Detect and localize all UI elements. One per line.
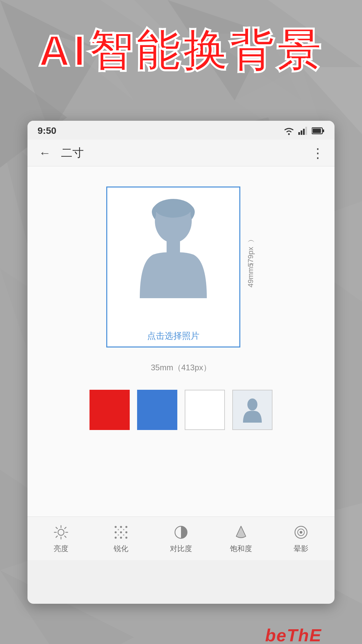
svg-point-51 (118, 529, 119, 530)
svg-point-32 (247, 398, 257, 411)
signal-icon (298, 127, 308, 135)
svg-point-42 (115, 526, 117, 528)
svg-point-45 (115, 531, 117, 533)
svg-point-47 (125, 531, 127, 533)
swatch-person-icon (239, 396, 266, 423)
status-icons (283, 126, 324, 135)
dimension-bottom: 35mm（413px） (151, 362, 211, 373)
dimension-right: 49mm（579px） (246, 186, 256, 347)
swatch-red[interactable] (89, 390, 130, 430)
svg-point-49 (120, 537, 122, 539)
saturation-label: 饱和度 (230, 544, 252, 554)
svg-rect-28 (313, 129, 321, 133)
toolbar-sharpness[interactable]: 锐化 (91, 524, 151, 554)
toolbar-brightness[interactable]: 亮度 (31, 524, 91, 554)
svg-point-48 (115, 537, 117, 539)
saturation-svg (233, 524, 249, 540)
toolbar-vignette[interactable]: 晕影 (271, 524, 331, 554)
phone-frame: 9:50 ← 二寸 (27, 121, 335, 604)
svg-line-38 (56, 527, 57, 529)
person-silhouette (120, 194, 227, 318)
status-time: 9:50 (38, 125, 56, 136)
brightness-label: 亮度 (54, 544, 68, 554)
swatch-white[interactable] (185, 390, 225, 430)
svg-line-41 (56, 536, 57, 537)
svg-point-30 (155, 199, 192, 218)
sharpness-svg (113, 524, 129, 540)
vignette-label: 晕影 (294, 544, 308, 554)
svg-rect-24 (303, 129, 305, 135)
contrast-icon (172, 524, 190, 541)
photo-click-label[interactable]: 点击选择照片 (107, 324, 239, 346)
svg-point-54 (123, 534, 124, 536)
sharpness-icon (112, 524, 130, 541)
svg-rect-27 (322, 129, 324, 132)
svg-point-46 (120, 531, 122, 533)
nav-title: 二寸 (61, 145, 308, 161)
status-bar: 9:50 (27, 121, 335, 140)
svg-rect-22 (298, 132, 300, 135)
svg-line-40 (64, 527, 66, 529)
toolbar-saturation[interactable]: 饱和度 (211, 524, 271, 554)
nav-bar: ← 二寸 ⋮ (27, 140, 335, 166)
svg-line-39 (64, 536, 66, 537)
sharpness-label: 锐化 (114, 544, 128, 554)
svg-rect-31 (167, 239, 180, 253)
watermark: beThE (265, 627, 322, 644)
toolbar-contrast[interactable]: 对比度 (151, 524, 211, 554)
battery-icon (312, 127, 324, 135)
svg-point-53 (118, 534, 119, 536)
photo-container[interactable]: 点击选择照片 49mm（579px） (106, 186, 256, 347)
content-area: 点击选择照片 49mm（579px） 35mm（413px） (27, 166, 335, 560)
swatch-blue[interactable] (137, 390, 177, 430)
svg-point-43 (120, 526, 122, 528)
svg-point-58 (300, 531, 302, 534)
vignette-svg (293, 524, 309, 540)
svg-rect-23 (301, 130, 302, 135)
contrast-svg (173, 524, 189, 540)
svg-rect-25 (305, 127, 307, 135)
swatches-row (89, 390, 273, 430)
svg-point-44 (125, 526, 127, 528)
contrast-label: 对比度 (170, 544, 192, 554)
vignette-icon (292, 524, 310, 541)
wifi-icon (283, 126, 295, 135)
brightness-svg (53, 524, 69, 540)
svg-point-21 (288, 133, 290, 135)
svg-point-52 (123, 529, 124, 530)
app-title: AI智能换背景 (39, 26, 323, 75)
more-button[interactable]: ⋮ (308, 142, 326, 164)
saturation-icon (232, 524, 250, 541)
svg-point-50 (125, 537, 127, 539)
photo-box[interactable]: 点击选择照片 (106, 186, 240, 347)
back-button[interactable]: ← (36, 143, 54, 163)
swatch-person[interactable] (232, 390, 273, 430)
brightness-icon (52, 524, 70, 541)
bottom-toolbar: 亮度 (27, 517, 335, 560)
title-area: AI智能换背景 (0, 27, 362, 75)
svg-point-33 (58, 529, 64, 535)
